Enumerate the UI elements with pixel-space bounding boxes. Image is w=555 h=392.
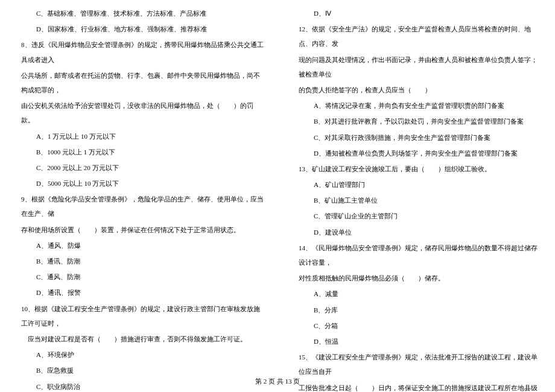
- q13-line1: 13、矿山建设工程安全设施竣工后，要由（ ）组织竣工验收。: [290, 162, 543, 176]
- q9-option-a: A、通风、防爆: [12, 238, 265, 253]
- q9-option-d: D、通讯、报警: [12, 285, 265, 300]
- q10-line1: 10、根据《建设工程安全生产管理条例》的规定，建设行政主管部门在审核发放施工许可…: [12, 302, 265, 330]
- q10-option-a: A、环境保护: [12, 347, 265, 362]
- q8-option-a: A、1 万元以上 10 万元以下: [12, 129, 265, 144]
- q12-option-b: B、对其进行批评教育，予以罚款处罚，并向安全生产监督管理部门备案: [290, 114, 543, 128]
- q9-option-c: C、通风、防潮: [12, 270, 265, 284]
- q12-option-c: C、对其采取行政强制措施，并向安全生产监督管理部门备案: [290, 130, 543, 145]
- q10-line2: 应当对建设工程是否有（ ）措施进行审查，否则不得颁发施工许可证。: [12, 332, 265, 346]
- q9-line1: 9、根据《危险化学品安全管理条例》，危险化学品的生产、储存、使用单位，应当在生产…: [12, 192, 265, 221]
- q10-option-b: B、应急救援: [12, 363, 265, 378]
- q8-option-c: C、2000 元以上 20 万元以下: [12, 160, 265, 175]
- q7-option-c: C、基础标准、管理标准、技术标准、方法标准、产品标准: [12, 6, 265, 21]
- q13-option-a: A、矿山管理部门: [290, 177, 543, 192]
- q14-line2: 对性质相抵触的民用爆炸物品必须（ ）储存。: [290, 271, 543, 285]
- q9-line2: 存和使用场所设置（ ）装置，并保证在任何情况下处于正常适用状态。: [12, 223, 265, 237]
- q14-option-b: B、分库: [290, 303, 543, 317]
- q12-line3: 的负责人拒绝签字的，检查人员应当（ ）: [290, 83, 543, 97]
- q13-option-d: D、建设单位: [290, 225, 543, 239]
- q12-option-a: A、将情况记录在案，并向负有安全生产监督管理职责的部门备案: [290, 98, 543, 113]
- right-column: D、Ⅳ 12、依据《安全生产法》的规定，安全生产监督检查人员应当将检查的时间、地…: [278, 6, 555, 368]
- q8-option-d: D、5000 元以上 10 万元以下: [12, 176, 265, 191]
- q8-line3: 由公安机关依法给予治安管理处罚，没收非法的民用爆炸物品，处（ ）的罚款。: [12, 98, 265, 127]
- page-footer: 第 2 页 共 13 页: [0, 377, 555, 386]
- q13-option-c: C、管理矿山企业的主管部门: [290, 209, 543, 223]
- q8-line2: 公共场所，邮寄或者在托运的货物、行李、包裹、邮件中夹带民用爆炸物品，尚不构成犯罪…: [12, 68, 265, 97]
- q12-option-d: D、通知被检查单位负责人到场签字，并向安全生产监督管理部门备案: [290, 146, 543, 160]
- q8-line1: 8、违反《民用爆炸物品安全管理条例》的规定，携带民用爆炸物品搭乘公共交通工具或者…: [12, 37, 265, 66]
- q13-option-b: B、矿山施工主管单位: [290, 193, 543, 207]
- q14-option-d: D、恒温: [290, 334, 543, 349]
- q14-option-c: C、分箱: [290, 318, 543, 333]
- q8-option-b: B、1000 元以上 1 万元以下: [12, 145, 265, 159]
- page-container: C、基础标准、管理标准、技术标准、方法标准、产品标准 D、国家标准、行业标准、地…: [0, 0, 555, 368]
- q7-option-d: D、国家标准、行业标准、地方标准、强制标准、推荐标准: [12, 22, 265, 36]
- q14-option-a: A、减量: [290, 286, 543, 301]
- q11-option-d: D、Ⅳ: [290, 6, 543, 21]
- q12-line1: 12、依据《安全生产法》的规定，安全生产监督检查人员应当将检查的时间、地点、内容…: [290, 22, 543, 51]
- q9-option-b: B、通讯、防潮: [12, 254, 265, 268]
- q12-line2: 现的问题及其处理情况，作出书面记录，并由检查人员和被检查单位负责人签字；被检查单…: [290, 52, 543, 81]
- q14-line1: 14、《民用爆炸物品安全管理条例》规定，储存民用爆炸物品的数量不得超过储存设计容…: [290, 241, 543, 270]
- left-column: C、基础标准、管理标准、技术标准、方法标准、产品标准 D、国家标准、行业标准、地…: [0, 6, 278, 368]
- q15-line1: 15、《建设工程安全生产管理条例》规定，依法批准开工报告的建设工程，建设单位应当…: [290, 350, 543, 379]
